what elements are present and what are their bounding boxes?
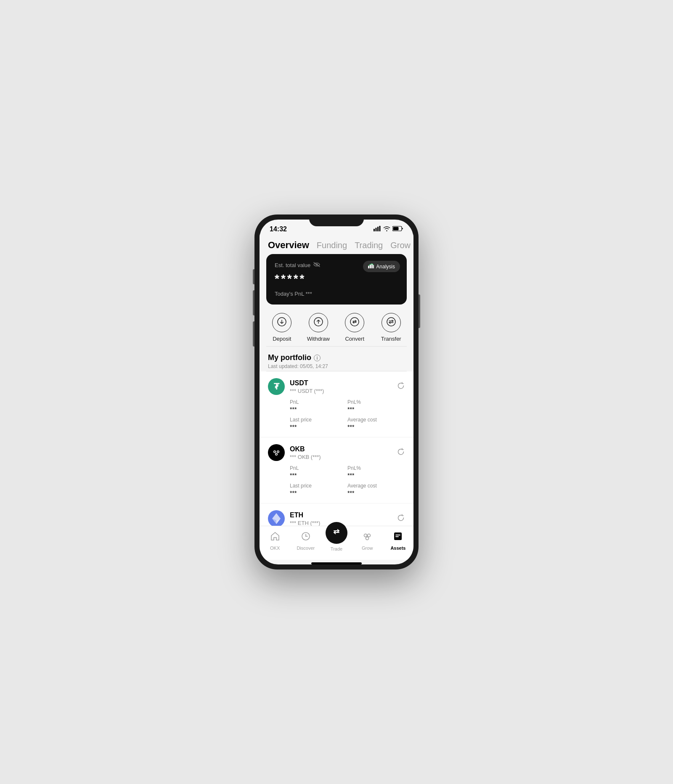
svg-point-13 <box>350 318 359 326</box>
battery-icon <box>392 226 403 233</box>
tab-funding[interactable]: Funding <box>317 241 347 250</box>
svg-rect-0 <box>374 229 375 231</box>
usdt-icon: ₮ <box>268 378 285 395</box>
top-nav: Overview Funding Trading Grow <box>260 235 413 254</box>
okb-pnl: PnL *** <box>290 465 347 479</box>
okb-icon <box>268 444 285 461</box>
trade-icon <box>331 526 342 540</box>
deposit-label: Deposit <box>273 336 291 342</box>
usdt-last-price: Last price *** <box>290 417 347 430</box>
bottom-nav: OKX Discover Trade Grow <box>260 526 413 560</box>
svg-rect-7 <box>368 266 369 268</box>
okb-refresh-icon[interactable] <box>397 448 405 458</box>
pnl-value: *** <box>290 406 347 413</box>
svg-rect-32 <box>395 536 399 537</box>
portfolio-title: My portfolio i <box>268 353 405 362</box>
phone-screen: 14:32 Overview Funding Trading Grow <box>260 220 413 564</box>
nav-assets-label: Assets <box>390 546 405 551</box>
nav-assets[interactable]: Assets <box>383 531 413 551</box>
deposit-button[interactable]: Deposit <box>264 313 300 342</box>
svg-point-29 <box>366 537 369 540</box>
analysis-icon <box>368 263 374 270</box>
svg-point-26 <box>305 536 306 537</box>
nav-discover-label: Discover <box>297 546 315 551</box>
notch <box>309 215 364 226</box>
svg-rect-2 <box>377 227 379 231</box>
info-icon[interactable]: i <box>314 355 321 361</box>
home-indicator <box>311 562 362 564</box>
nav-okx-label: OKX <box>270 546 280 551</box>
withdraw-button[interactable]: Withdraw <box>300 313 337 342</box>
usdt-pnl: PnL *** <box>290 399 347 413</box>
withdraw-icon <box>314 317 323 328</box>
nav-trade-label: Trade <box>331 546 342 551</box>
nav-discover[interactable]: Discover <box>290 531 321 551</box>
grow-icon <box>362 531 372 544</box>
svg-rect-8 <box>370 265 371 268</box>
tab-trading[interactable]: Trading <box>355 241 383 250</box>
action-row: Deposit Withdraw C <box>260 305 413 346</box>
convert-icon <box>350 317 359 328</box>
svg-point-20 <box>278 451 279 453</box>
pnl-pct-value: *** <box>347 406 405 413</box>
nav-okx[interactable]: OKX <box>260 531 290 551</box>
nav-trade[interactable]: Trade <box>321 530 352 551</box>
pnl-label: PnL <box>290 399 347 405</box>
portfolio-header: My portfolio i Last updated: 05/05, 14:2… <box>260 347 413 371</box>
svg-rect-31 <box>395 535 400 535</box>
home-icon <box>270 531 280 544</box>
eth-icon <box>268 510 285 526</box>
okb-amount: *** OKB (***) <box>290 454 321 460</box>
pnl-pct-label: PnL% <box>347 399 405 405</box>
asset-header-usdt: ₮ USDT *** USDT (***) <box>268 378 405 395</box>
svg-rect-10 <box>373 265 374 268</box>
deposit-icon-wrap <box>272 313 291 332</box>
last-price-value: *** <box>290 424 347 430</box>
pnl-row: Today's PnL *** <box>275 291 398 297</box>
convert-button[interactable]: Convert <box>336 313 373 342</box>
svg-rect-3 <box>379 226 381 231</box>
usdt-refresh-icon[interactable] <box>397 381 405 392</box>
portfolio-subtitle: Last updated: 05/05, 14:27 <box>268 363 405 369</box>
convert-label: Convert <box>345 336 364 342</box>
usdt-pnl-pct: PnL% *** <box>347 399 405 413</box>
transfer-icon <box>387 317 396 328</box>
okb-last-price: Last price *** <box>290 483 347 496</box>
status-icons <box>374 226 403 233</box>
eth-info: ETH *** ETH (***) <box>290 511 320 526</box>
value-card: Est. total value Analysis ***** Today's … <box>266 254 407 305</box>
okb-symbol: OKB <box>290 445 321 453</box>
usdt-symbol: USDT <box>290 379 324 387</box>
avg-cost-value: *** <box>347 424 405 430</box>
withdraw-icon-wrap <box>309 313 328 332</box>
okb-pnl-pct: PnL% *** <box>347 465 405 479</box>
svg-point-21 <box>276 454 277 455</box>
value-amount: ***** <box>275 272 398 286</box>
screen-content: Overview Funding Trading Grow Est. total… <box>260 235 413 526</box>
svg-rect-1 <box>376 228 377 232</box>
asset-left-usdt: ₮ USDT *** USDT (***) <box>268 378 324 395</box>
eth-symbol: ETH <box>290 511 320 519</box>
usdt-info: USDT *** USDT (***) <box>290 379 324 394</box>
transfer-label: Transfer <box>381 336 401 342</box>
convert-icon-wrap <box>345 313 364 332</box>
last-price-label: Last price <box>290 417 347 423</box>
svg-point-28 <box>368 534 371 537</box>
asset-row-okb: OKB *** OKB (***) PnL *** PnL% <box>260 437 413 503</box>
eth-refresh-icon[interactable] <box>397 514 405 524</box>
trade-fab[interactable] <box>326 522 347 544</box>
tab-overview[interactable]: Overview <box>268 240 309 251</box>
nav-grow-label: Grow <box>362 546 373 551</box>
okb-info: OKB *** OKB (***) <box>290 445 321 460</box>
asset-left-okb: OKB *** OKB (***) <box>268 444 321 461</box>
transfer-button[interactable]: Transfer <box>373 313 410 342</box>
assets-icon <box>393 531 403 544</box>
analysis-button[interactable]: Analysis <box>363 261 400 272</box>
usdt-details: PnL *** PnL% *** Last price *** Average … <box>268 399 405 430</box>
nav-grow[interactable]: Grow <box>352 531 383 551</box>
deposit-icon <box>277 317 286 328</box>
eye-off-icon[interactable] <box>313 262 321 269</box>
okb-avg-cost: Average cost *** <box>347 483 405 496</box>
tab-grow[interactable]: Grow <box>390 241 411 250</box>
discover-icon <box>301 531 311 544</box>
